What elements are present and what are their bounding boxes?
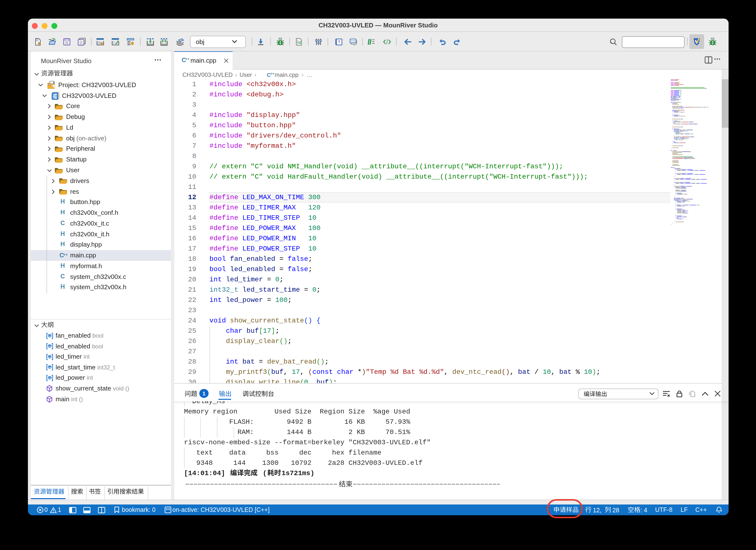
svg-text:!d: !d xyxy=(297,40,301,45)
svg-text:?: ? xyxy=(338,39,340,44)
